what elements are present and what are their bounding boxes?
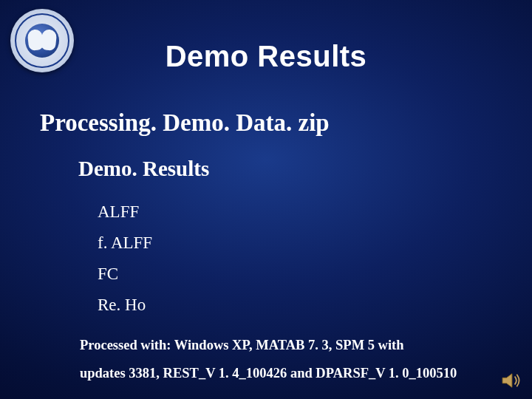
list-item: ALFF xyxy=(98,197,152,228)
speaker-icon xyxy=(501,372,522,389)
heading-level-2: Demo. Results xyxy=(78,157,209,181)
list-item: Re. Ho xyxy=(98,290,152,321)
slide-title: Demo Results xyxy=(0,40,532,73)
list-item: f. ALFF xyxy=(98,228,152,259)
heading-level-1: Processing. Demo. Data. zip xyxy=(40,109,330,137)
list-item: FC xyxy=(98,259,152,290)
footer-line: updates 3381, REST_V 1. 4_100426 and DPA… xyxy=(80,359,457,387)
result-list: ALFF f. ALFF FC Re. Ho xyxy=(98,197,152,321)
footer-line: Processed with: Windows XP, MATAB 7. 3, … xyxy=(80,331,457,359)
slide: Demo Results Processing. Demo. Data. zip… xyxy=(0,0,532,399)
processing-footer: Processed with: Windows XP, MATAB 7. 3, … xyxy=(80,331,457,387)
